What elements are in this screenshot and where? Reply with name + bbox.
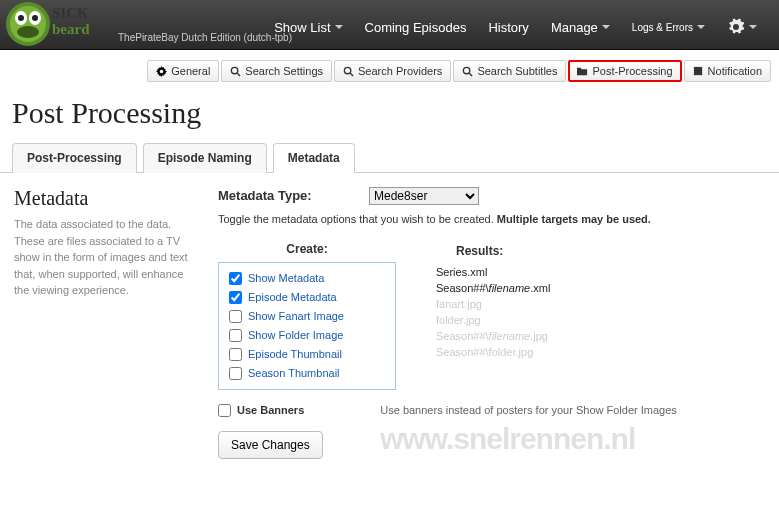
chk-label-5[interactable]: Season Thumbnail — [248, 367, 340, 379]
svg-point-13 — [464, 67, 470, 73]
create-header: Create: — [218, 242, 396, 256]
result-line: Season##\folder.jpg — [436, 344, 550, 360]
results-list: Series.xmlSeason##\filename.xmlfanart.jp… — [436, 264, 550, 360]
svg-line-14 — [470, 73, 473, 76]
metadata-type-row: Metadata Type: Mede8ser — [218, 187, 765, 205]
nav-coming-episodes[interactable]: Coming Episodes — [355, 14, 477, 41]
sickbeard-logo: SICK beard — [4, 0, 112, 56]
chk-label-1[interactable]: Episode Metadata — [248, 291, 337, 303]
top-bar: SICK beard ThePirateBay Dutch Edition (d… — [0, 0, 779, 50]
svg-line-12 — [350, 73, 353, 76]
subnav-search-subtitles[interactable]: Search Subtitles — [453, 60, 566, 82]
content: Metadata Type: Mede8ser Toggle the metad… — [218, 187, 765, 459]
metadata-type-select[interactable]: Mede8ser — [369, 187, 479, 205]
chk-2[interactable] — [229, 310, 242, 323]
caret-icon — [697, 25, 705, 29]
tab-metadata[interactable]: Metadata — [273, 143, 355, 173]
save-button[interactable]: Save Changes — [218, 431, 323, 459]
svg-point-9 — [232, 67, 238, 73]
svg-point-11 — [344, 67, 350, 73]
svg-rect-15 — [693, 66, 701, 74]
use-banners-label: Use Banners — [237, 404, 304, 416]
sidebar-desc: The data associated to the data. These a… — [14, 216, 200, 299]
panel: Metadata The data associated to the data… — [0, 173, 779, 479]
tab-post-processing[interactable]: Post-Processing — [12, 143, 137, 173]
nav-settings[interactable] — [717, 12, 767, 42]
toggle-desc: Toggle the metadata options that you wis… — [218, 211, 765, 228]
square-icon — [693, 66, 704, 77]
svg-point-3 — [18, 15, 24, 21]
chk-4[interactable] — [229, 348, 242, 361]
subnav-general[interactable]: General — [147, 60, 219, 82]
nav-logs-errors[interactable]: Logs & Errors — [622, 16, 715, 39]
nav-history[interactable]: History — [478, 14, 538, 41]
svg-text:beard: beard — [52, 21, 90, 37]
use-banners-hint: Use banners instead of posters for your … — [380, 404, 677, 416]
results-col: Results: Series.xmlSeason##\filename.xml… — [436, 242, 550, 390]
svg-line-10 — [238, 73, 241, 76]
chk-1[interactable] — [229, 291, 242, 304]
sidebar: Metadata The data associated to the data… — [14, 187, 200, 459]
chk-label-2[interactable]: Show Fanart Image — [248, 310, 344, 322]
metadata-type-label: Metadata Type: — [218, 188, 312, 203]
create-box: Show MetadataEpisode MetadataShow Fanart… — [218, 262, 396, 390]
result-line: Series.xml — [436, 264, 550, 280]
result-line: folder.jpg — [436, 312, 550, 328]
subnav-search-settings[interactable]: Search Settings — [221, 60, 332, 82]
tab-bar: Post-ProcessingEpisode NamingMetadata — [0, 142, 779, 173]
gear-icon — [156, 66, 167, 77]
nav-show-list[interactable]: Show List — [264, 14, 352, 41]
folder-icon — [577, 66, 588, 77]
gear-icon — [727, 18, 745, 36]
sidebar-heading: Metadata — [14, 187, 200, 210]
caret-icon — [602, 25, 610, 29]
search-icon — [462, 66, 473, 77]
svg-point-6 — [17, 26, 39, 38]
chk-label-3[interactable]: Show Folder Image — [248, 329, 343, 341]
subnav-post-processing[interactable]: Post-Processing — [568, 60, 681, 82]
tab-episode-naming[interactable]: Episode Naming — [143, 143, 267, 173]
nav-manage[interactable]: Manage — [541, 14, 620, 41]
results-header: Results: — [456, 244, 550, 258]
result-line: fanart.jpg — [436, 296, 550, 312]
chk-5[interactable] — [229, 367, 242, 380]
chk-label-0[interactable]: Show Metadata — [248, 272, 324, 284]
page-title: Post Processing — [0, 92, 779, 142]
search-icon — [230, 66, 241, 77]
use-banners-checkbox[interactable] — [218, 404, 231, 417]
subnav-notification[interactable]: Notification — [684, 60, 771, 82]
caret-icon — [749, 25, 757, 29]
caret-icon — [335, 25, 343, 29]
top-nav: Show List Coming Episodes History Manage… — [264, 12, 767, 42]
chk-3[interactable] — [229, 329, 242, 342]
chk-label-4[interactable]: Episode Thumbnail — [248, 348, 342, 360]
sub-nav: GeneralSearch SettingsSearch ProvidersSe… — [0, 50, 779, 92]
search-icon — [343, 66, 354, 77]
result-line: Season##\filename.xml — [436, 280, 550, 296]
svg-point-5 — [32, 15, 38, 21]
subnav-search-providers[interactable]: Search Providers — [334, 60, 451, 82]
result-line: Season##\filename.jpg — [436, 328, 550, 344]
svg-text:SICK: SICK — [52, 5, 89, 21]
chk-0[interactable] — [229, 272, 242, 285]
